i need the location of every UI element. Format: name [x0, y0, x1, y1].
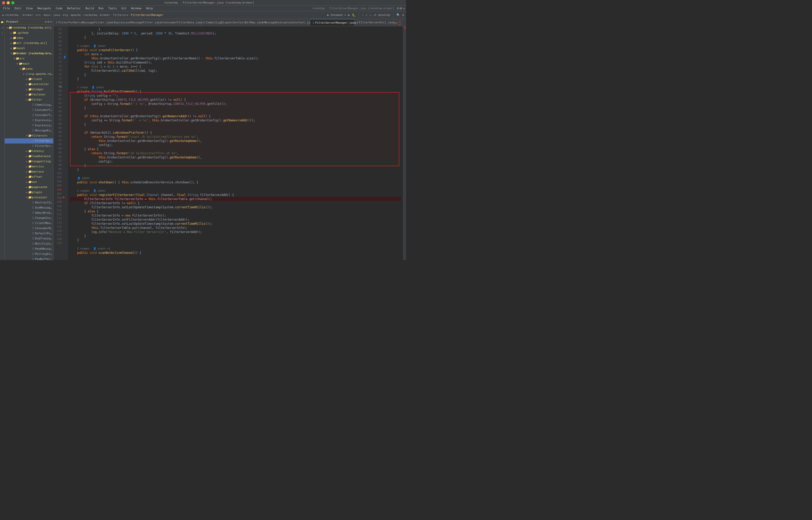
tree-item-acl[interactable]: ▶ 📁 acl [rocketmq-acl]: [5, 41, 53, 46]
tree-item-ConsumerFilterData[interactable]: ▶ C ConsumerFilterData: [5, 107, 53, 113]
settings-button[interactable]: ⚙: [402, 14, 404, 17]
git-update[interactable]: ↑: [365, 14, 367, 17]
tree-item-AdminBroker[interactable]: ▶ C AdminBrokerProcessor: [5, 210, 53, 215]
close-button[interactable]: [2, 1, 5, 4]
minimize-button[interactable]: [7, 1, 10, 4]
code-line-92: this.brokerController.getBrokerConfig().…: [70, 139, 401, 143]
window-title: rocketmq - FilterServerManager.java [roc…: [15, 1, 404, 4]
tree-item-rocketmq[interactable]: ▼ 📂 rocketmq [rocketmq-all]: [5, 25, 53, 30]
tree-item-AckMessage[interactable]: ▶ C AckMessageProcessor: [5, 205, 53, 210]
debug-button[interactable]: 🐛: [352, 14, 356, 17]
tree-item-idea[interactable]: ▶ 📁 idea: [5, 35, 53, 41]
tab-FilterForRetry[interactable]: J FilterForRetryMessageFilter.java ✕: [53, 19, 109, 26]
code-editor[interactable]: } }, initialDelay: 1000 * 5, period: 100…: [68, 26, 403, 260]
tree-item-mqtrace[interactable]: ▶ 📁 mqtrace: [5, 169, 53, 174]
tree-item-CommitLog[interactable]: ▶ C CommitLogDispatcherCalcBitMap: [5, 102, 53, 107]
menu-window[interactable]: Window: [129, 6, 144, 10]
tree-item-metrics[interactable]: ▶ 📁 metrics: [5, 164, 53, 169]
tab-settings-icon[interactable]: ⚙: [395, 22, 397, 25]
tree-item-Notification[interactable]: ▶ C NotificationProcessor: [5, 241, 53, 246]
tree-item-EndTransaction[interactable]: ▶ C EndTransactionProcessor: [5, 236, 53, 241]
tree-item-ClientManage[interactable]: ▶ C ClientManageProcessor: [5, 220, 53, 226]
line-num: 69: [53, 44, 62, 48]
code-line-102: public void shutdown() { this.scheduledE…: [70, 180, 401, 184]
tab-FilterServerManager[interactable]: J FilterServerManager.java ✕: [310, 19, 354, 26]
tree-item-PopBuffer[interactable]: ▶ C PopBufferMergeService: [5, 257, 53, 260]
gutter-breakpoint-106[interactable]: ●: [63, 195, 68, 199]
unnamed-config[interactable]: ▶ Unnamed ▾: [327, 14, 346, 17]
tree-item-processor[interactable]: ▼ 📂 processor: [5, 195, 53, 200]
menu-navigate[interactable]: Navigate: [35, 6, 53, 10]
tree-item-FilterServerManager[interactable]: ▶ C FilterServerManager: [5, 138, 53, 144]
tree-item-ConsumerFilterManager[interactable]: ▶ C ConsumerFilterManager: [5, 113, 53, 118]
tree-item-ExpressionMessage[interactable]: ▶ C ExpressionMessageFilter: [5, 123, 53, 128]
tree-item-filter[interactable]: ▼ 📂 filter: [5, 97, 53, 102]
tree-item-main[interactable]: ▼ 📂 main: [5, 61, 53, 66]
project-expand-icon[interactable]: ⊞: [48, 20, 49, 23]
tree-item-PeekMessage[interactable]: ▶ C PeekMessageProcessor: [5, 246, 53, 252]
menu-help[interactable]: Help: [144, 6, 155, 10]
tree-item-java[interactable]: ▼ 📂 java: [5, 66, 53, 72]
tree-item-failover[interactable]: ▶ 📁 failover: [5, 92, 53, 97]
menu-tools[interactable]: Tools: [106, 6, 119, 10]
project-view-icon[interactable]: 📁: [0, 20, 4, 24]
tab-ConsumerFilter[interactable]: J ConsumerFilterData.java ✕: [158, 19, 201, 26]
tab-MessageEval[interactable]: J MessageEvaluationContext.java ✕: [259, 19, 310, 26]
tree-item-controller[interactable]: ▶ 📁 controller: [5, 82, 53, 87]
gutter-line: [63, 236, 68, 240]
tree-item-plugin[interactable]: ▶ 📁 plugin: [5, 190, 53, 195]
project-settings-icon[interactable]: ≡: [50, 20, 52, 23]
run-button[interactable]: ▶: [348, 14, 350, 17]
gutter-line: [63, 150, 68, 154]
tree-item-loadbalance[interactable]: ▶ 📁 loadbalance: [5, 154, 53, 159]
line-num: 90: [53, 130, 62, 134]
line-num: 111: [53, 208, 62, 212]
git-branch[interactable]: ⎇ develop: [373, 14, 390, 17]
tree-item-out[interactable]: ▶ 📁 out: [5, 180, 53, 185]
tab-CommitLog[interactable]: J CommitLogDispatcherCalcBitMap.java ✕: [201, 19, 259, 26]
folder-icon: 📂: [28, 195, 32, 200]
folder-icon: 📁: [28, 185, 32, 189]
tree-item-MessageEvaluation[interactable]: ▶ C MessageEvaluationContext: [5, 128, 53, 133]
maximize-button[interactable]: [11, 1, 15, 4]
tree-item-FilterServerUtil[interactable]: ▶ C FilterServerUtil: [5, 144, 53, 149]
menu-view[interactable]: View: [24, 6, 35, 10]
tree-item-filtersrv[interactable]: ▼ 📂 filtersrv: [5, 133, 53, 138]
tree-item-broker[interactable]: ▼ 📂 broker [rocketmq-broker]: [5, 51, 53, 56]
search-everywhere[interactable]: 🔍: [397, 14, 400, 17]
tree-item-ConsumerManage[interactable]: ▶ C ConsumerManageProcessor: [5, 226, 53, 231]
tree-item-DefaultPull[interactable]: ▶ C DefaultPullMessageResultHandler: [5, 231, 53, 236]
git-push[interactable]: ↓: [370, 14, 371, 17]
tab-FilterServerUtil[interactable]: J FilterServerUtil.java ✕: [354, 19, 394, 26]
menu-build[interactable]: Build: [83, 6, 96, 10]
menu-run[interactable]: Run: [97, 6, 106, 10]
menu-refactor[interactable]: Refactor: [65, 6, 83, 10]
tree-item-bazel[interactable]: ▶ 📁 bazel: [5, 46, 53, 51]
tree-item-latency[interactable]: ▶ 📁 latency: [5, 149, 53, 154]
tab-ExpressionMessage[interactable]: J ExpressionMessageFilter.java ✕: [109, 19, 159, 26]
tree-item-ChangeInvisible[interactable]: ▶ C ChangeInvisibleTimeProcessor: [5, 215, 53, 220]
tree-item-AbstractSend[interactable]: ▶ C AbstractSendMessageProcessor: [5, 200, 53, 205]
window-action-buttons[interactable]: ⊟ ⊞ ✕: [397, 6, 405, 10]
tree-item-client[interactable]: ▶ 📁 client: [5, 77, 53, 82]
gutter-line: [63, 68, 68, 72]
tree-item-dledger[interactable]: ▶ 📁 dledger: [5, 87, 53, 92]
code-line-68: [70, 40, 401, 44]
tree-item-offset[interactable]: ▶ 📁 offset: [5, 174, 53, 180]
tree-item-ExpressionForRetry[interactable]: ▶ C ExpressionForRetryMessageFilter: [5, 118, 53, 123]
menu-code[interactable]: Code: [53, 6, 65, 10]
project-gear-icon[interactable]: ⚙: [45, 20, 47, 23]
tree-item-github[interactable]: ▶ 📁 .github: [5, 30, 53, 35]
menu-git[interactable]: Git: [119, 6, 129, 10]
tree-item-src[interactable]: ▼ 📂 src: [5, 56, 53, 61]
tree-item-longpolling[interactable]: ▶ 📁 longpolling: [5, 159, 53, 164]
menu-file[interactable]: File: [1, 6, 12, 10]
menu-edit[interactable]: Edit: [12, 6, 24, 10]
window-controls[interactable]: [2, 1, 15, 4]
tree-item-org-package[interactable]: ▼ ⬡ org.apache.rocketmq.broker: [5, 72, 53, 77]
code-line-96: this.brokerController.getBrokerConfig().…: [70, 155, 401, 159]
commit-icon[interactable]: ⎇: [0, 26, 4, 30]
pull-requests-icon[interactable]: ⬇: [0, 31, 4, 35]
tree-item-pagecache[interactable]: ▶ 📁 pagecache: [5, 185, 53, 190]
tree-item-PollingInfo[interactable]: ▶ C PollingInfoProcessor: [5, 252, 53, 257]
